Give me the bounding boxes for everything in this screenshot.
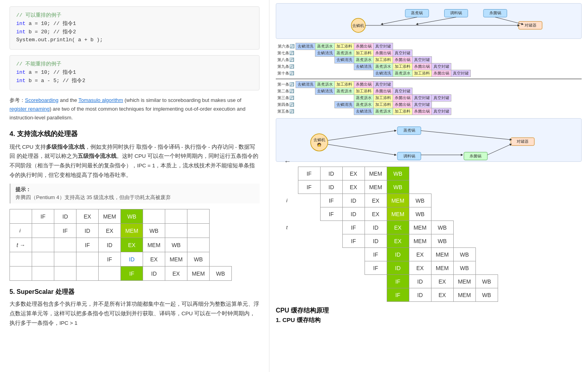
- cell-1-6: [165, 224, 187, 238]
- row-label-0: [10, 209, 32, 224]
- svg-text:去鳞机: 去鳞机: [313, 138, 325, 142]
- fc2-5-1: 去鳞清洗: [354, 108, 374, 115]
- r4-e3: [475, 221, 498, 234]
- r1-e4: [475, 180, 498, 194]
- r7-c4: ID: [387, 261, 409, 275]
- cell-1-2: ID: [76, 224, 99, 238]
- r8-e: [298, 275, 387, 288]
- hint-text: 奔腾四（Pentium 4）支持高达 35 级流水线，但由于功耗太高被废弃: [15, 194, 171, 200]
- r5-label: [276, 234, 298, 248]
- r5-c4: EX: [387, 234, 409, 248]
- fc-6-4: 杀菌出锅: [354, 43, 373, 50]
- hint-box: 提示： 奔腾四（Pentium 4）支持高达 35 级流水线，但由于功耗太高被废…: [10, 184, 260, 203]
- cell-1-5: WB: [143, 224, 165, 238]
- r1-c3: MEM: [365, 180, 387, 194]
- r4-c3: ID: [365, 221, 387, 234]
- cpu-cache-sub: 1. CPU 缓存结构: [276, 316, 582, 324]
- svg-line-11: [417, 17, 456, 24]
- row-label-2: 第二条🔄: [276, 88, 296, 95]
- fc-6-empty2: [412, 43, 431, 50]
- r8-label: [276, 275, 298, 288]
- tomasulo-link[interactable]: Tomasulo algorithm: [78, 97, 123, 103]
- row-4-empty-4: [99, 267, 121, 281]
- r9-c6: EX: [431, 288, 453, 302]
- svg-line-25: [328, 130, 395, 140]
- fc-7-1: 去鳞清洗: [315, 50, 334, 57]
- r1-c4: WB: [387, 180, 409, 194]
- reference-text: 参考：Scoreboarding and the Tomasulo algori…: [10, 96, 260, 122]
- r3-c3: EX: [365, 207, 387, 221]
- fc-6-5: 真空封罐: [373, 43, 393, 50]
- r1-e3: [453, 180, 475, 194]
- fc2-2-e2: [412, 88, 455, 95]
- r8-c6: EX: [431, 275, 453, 288]
- row-label-i: i: [10, 224, 32, 238]
- cell-4-6: EX: [165, 267, 187, 281]
- r0-c1: ID: [320, 167, 342, 180]
- r3-e2: [453, 207, 475, 221]
- r3-e3: [475, 207, 498, 221]
- svg-text:对罐器: 对罐器: [517, 139, 529, 144]
- section5-body: 大多数处理器包含多个执行单元，并不是所有计算功能都集中在一起，可以再细分为整数运…: [10, 299, 260, 328]
- cell-2-5: MEM: [143, 238, 165, 252]
- r3-label: [276, 207, 298, 221]
- row-label-t: t →: [10, 238, 32, 252]
- fc2-5-e: [296, 108, 354, 115]
- r1-label: [276, 180, 298, 194]
- r8-c4: IF: [387, 275, 409, 288]
- r0-e2: [431, 167, 453, 180]
- r3-c5: WB: [409, 207, 431, 221]
- svg-text:调料锅: 调料锅: [403, 154, 415, 158]
- cell-1-7: [187, 224, 210, 238]
- r0-c3: MEM: [365, 167, 387, 180]
- svg-line-10: [382, 17, 417, 24]
- section4-heading: 4. 支持流水线的处理器: [10, 129, 260, 138]
- register-renaming-link[interactable]: register renaming: [10, 106, 50, 112]
- r2-c3: EX: [365, 194, 387, 207]
- r4-c5: MEM: [409, 221, 431, 234]
- fc-8-3: 加工添料: [373, 57, 393, 63]
- row-label-7: 第七条🔄: [276, 50, 296, 57]
- row-4-empty-2: [54, 267, 76, 281]
- fc2-5-3: 加工添料: [393, 108, 412, 115]
- row-label-6: 第六条🔄: [276, 43, 296, 50]
- r3-e0: [298, 207, 320, 221]
- r9-e: [298, 288, 387, 302]
- r1-e2: [431, 180, 453, 194]
- r6-c6: MEM: [431, 248, 453, 261]
- fc-8-e1: [296, 57, 315, 63]
- fc2-4-1: 去鳞清洗: [335, 102, 354, 108]
- r0-e1: [409, 167, 431, 180]
- code-line-2: int b = 20; // 指令2: [16, 28, 253, 36]
- svg-text:对罐器: 对罐器: [525, 23, 536, 27]
- cell-0-1: ID: [54, 209, 76, 224]
- r4-c6: WB: [431, 221, 453, 234]
- cell-3-7: WB: [187, 252, 210, 267]
- r0-label: [276, 167, 298, 180]
- fc-7-4: 杀菌出锅: [373, 50, 393, 57]
- svg-text:去鳞机: 去鳞机: [352, 23, 364, 28]
- fc-6-empty4: [451, 43, 470, 50]
- r6-label: [276, 248, 298, 261]
- r5-c3: ID: [365, 234, 387, 248]
- svg-text:←: ←: [284, 157, 291, 164]
- r8-c7: MEM: [453, 275, 475, 288]
- cell-3-5: EX: [143, 252, 165, 267]
- r3-c2: ID: [342, 207, 365, 221]
- fc-10-3: 加工添料: [412, 70, 431, 77]
- food-flow-svg-bottom: 去鳞机 🧑 对罐器 蒸煮锅 调料锅 杀菌锅 ←: [280, 123, 577, 164]
- fc-9-5: 真空封罐: [431, 63, 451, 70]
- cell-2-empty-1: [32, 238, 54, 252]
- fc-9-3: 加工添料: [393, 63, 412, 70]
- r7-e: [298, 261, 365, 275]
- code-line-1-rest: a = 10; // 指令1: [29, 21, 76, 27]
- hint-label: 提示：: [15, 186, 255, 193]
- keyword-int-2: int: [16, 29, 25, 35]
- cell-1-4: MEM: [121, 224, 143, 238]
- scoreboarding-link[interactable]: Scoreboarding: [25, 97, 59, 103]
- code-line-2-rest: b = 20; // 指令2: [29, 29, 76, 35]
- r3-e1: [431, 207, 453, 221]
- fc-8-e2: [315, 57, 334, 63]
- svg-text:杀菌锅: 杀菌锅: [489, 11, 501, 15]
- fc-7-3: 加工添料: [354, 50, 373, 57]
